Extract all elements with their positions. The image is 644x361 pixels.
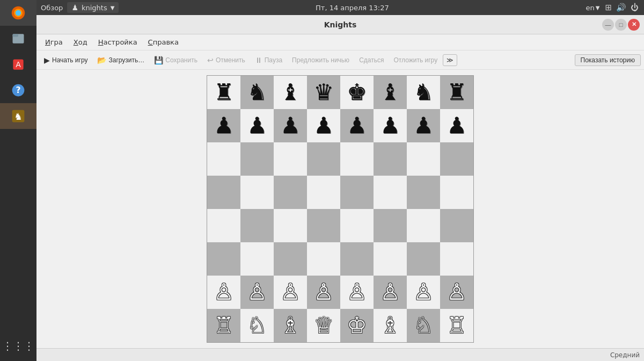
power-icon[interactable]: ⏻ [630, 3, 640, 12]
menu-settings[interactable]: Настройка [94, 37, 142, 48]
sidebar-item-software[interactable]: A [0, 52, 36, 77]
show-history-button[interactable]: Показать историю [575, 54, 641, 66]
cell-7-7[interactable]: ♖ [440, 309, 473, 342]
cell-0-4[interactable]: ♚ [340, 76, 374, 109]
cell-7-3[interactable]: ♕ [307, 309, 340, 342]
chess-board[interactable]: ♜♞♝♛♚♝♞♜♟♟♟♟♟♟♟♟♙♙♙♙♙♙♙♙♖♘♗♕♔♗♘♖ [207, 75, 474, 343]
network-icon[interactable]: ⊞ [604, 3, 613, 12]
cell-5-5[interactable] [374, 242, 407, 276]
cell-7-6[interactable]: ♘ [407, 309, 440, 342]
cell-6-3[interactable]: ♙ [307, 276, 340, 309]
cell-5-7[interactable] [440, 242, 473, 276]
resign-label: Сдаться [359, 56, 384, 64]
pause-label: Пауза [265, 56, 282, 64]
menu-game[interactable]: Игра [41, 37, 67, 48]
cell-7-0[interactable]: ♖ [207, 309, 240, 342]
menu-move[interactable]: Ход [69, 37, 92, 48]
minimize-button[interactable]: — [602, 19, 614, 31]
resign-button[interactable]: Сдаться [355, 55, 388, 66]
cell-3-3[interactable] [307, 176, 340, 209]
cell-2-5[interactable] [374, 142, 407, 176]
start-game-button[interactable]: ▶ Начать игру [40, 54, 92, 66]
cell-6-2[interactable]: ♙ [274, 276, 307, 309]
cell-1-4[interactable]: ♟ [340, 109, 374, 142]
cell-2-6[interactable] [407, 142, 440, 176]
sidebar-item-firefox[interactable] [0, 0, 36, 26]
cell-5-3[interactable] [307, 242, 340, 276]
svg-point-2 [16, 10, 21, 16]
cell-3-1[interactable] [240, 176, 274, 209]
cell-1-3[interactable]: ♟ [307, 109, 340, 142]
cell-7-1[interactable]: ♘ [240, 309, 274, 342]
adjourn-button[interactable]: Отложить игру [389, 55, 442, 66]
cell-5-6[interactable] [407, 242, 440, 276]
cell-5-4[interactable] [340, 242, 374, 276]
cell-2-2[interactable] [274, 142, 307, 176]
volume-icon[interactable]: 🔊 [615, 3, 627, 12]
cell-6-7[interactable]: ♙ [440, 276, 473, 309]
cell-5-0[interactable] [207, 242, 240, 276]
cell-2-3[interactable] [307, 142, 340, 176]
toolbar-expand-button[interactable]: ≫ [443, 54, 457, 66]
cell-4-7[interactable] [440, 209, 473, 242]
cell-7-5[interactable]: ♗ [374, 309, 407, 342]
tab-dropdown-icon[interactable]: ▼ [111, 5, 115, 11]
cell-6-0[interactable]: ♙ [207, 276, 240, 309]
cell-2-0[interactable] [207, 142, 240, 176]
cell-1-1[interactable]: ♟ [240, 109, 274, 142]
menu-help[interactable]: Справка [144, 37, 183, 48]
cell-4-5[interactable] [374, 209, 407, 242]
cell-0-1[interactable]: ♞ [240, 76, 274, 109]
cell-1-7[interactable]: ♟ [440, 109, 473, 142]
cell-4-3[interactable] [307, 209, 340, 242]
sidebar-item-knights[interactable]: ♞ [0, 103, 36, 129]
cell-3-2[interactable] [274, 176, 307, 209]
cell-4-4[interactable] [340, 209, 374, 242]
save-button[interactable]: 💾 Сохранить [150, 54, 202, 66]
cell-0-5[interactable]: ♝ [374, 76, 407, 109]
cell-3-5[interactable] [374, 176, 407, 209]
load-button[interactable]: 📂 Загрузить… [93, 54, 149, 66]
cell-5-1[interactable] [240, 242, 274, 276]
overview-label[interactable]: Обзор [41, 4, 63, 12]
cell-3-7[interactable] [440, 176, 473, 209]
cell-5-2[interactable] [274, 242, 307, 276]
cell-3-6[interactable] [407, 176, 440, 209]
maximize-button[interactable]: □ [615, 19, 627, 31]
cell-6-6[interactable]: ♙ [407, 276, 440, 309]
cell-4-6[interactable] [407, 209, 440, 242]
cell-0-6[interactable]: ♞ [407, 76, 440, 109]
cell-0-2[interactable]: ♝ [274, 76, 307, 109]
cell-7-4[interactable]: ♔ [340, 309, 374, 342]
draw-button[interactable]: Предложить ничью [288, 55, 354, 66]
cell-4-1[interactable] [240, 209, 274, 242]
close-button[interactable]: ✕ [628, 19, 640, 31]
cell-6-5[interactable]: ♙ [374, 276, 407, 309]
cell-0-0[interactable]: ♜ [207, 76, 240, 109]
topbar-left: Обзор ♟ knights ▼ [41, 2, 119, 13]
cell-7-2[interactable]: ♗ [274, 309, 307, 342]
cell-6-4[interactable]: ♙ [340, 276, 374, 309]
undo-button[interactable]: ↩ Отменить [203, 54, 250, 66]
cell-1-5[interactable]: ♟ [374, 109, 407, 142]
cell-6-1[interactable]: ♙ [240, 276, 274, 309]
cell-3-0[interactable] [207, 176, 240, 209]
menubar: Игра Ход Настройка Справка [36, 34, 644, 50]
cell-3-4[interactable] [340, 176, 374, 209]
cell-2-7[interactable] [440, 142, 473, 176]
pause-button[interactable]: ⏸ Пауза [251, 54, 287, 66]
cell-2-4[interactable] [340, 142, 374, 176]
sidebar-apps-grid[interactable]: ⋮⋮⋮ [0, 333, 36, 359]
cell-1-0[interactable]: ♟ [207, 109, 240, 142]
sidebar-item-files[interactable] [0, 26, 36, 52]
cell-4-0[interactable] [207, 209, 240, 242]
cell-1-2[interactable]: ♟ [274, 109, 307, 142]
cell-0-7[interactable]: ♜ [440, 76, 473, 109]
sidebar-item-help[interactable]: ? [0, 77, 36, 103]
topbar-tab[interactable]: ♟ knights ▼ [67, 2, 119, 13]
cell-2-1[interactable] [240, 142, 274, 176]
cell-0-3[interactable]: ♛ [307, 76, 340, 109]
cell-4-2[interactable] [274, 209, 307, 242]
cell-1-6[interactable]: ♟ [407, 109, 440, 142]
lang-selector[interactable]: en ▼ [586, 4, 599, 12]
